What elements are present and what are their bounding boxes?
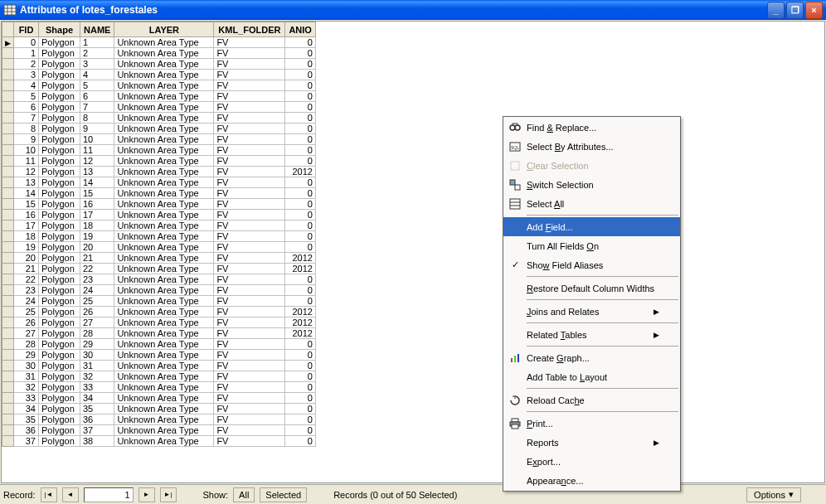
cell-kml-folder[interactable]: FV bbox=[214, 91, 285, 102]
row-header[interactable] bbox=[2, 134, 14, 145]
row-header[interactable] bbox=[2, 436, 14, 447]
cell-name[interactable]: 28 bbox=[80, 328, 114, 339]
cell-name[interactable]: 37 bbox=[80, 425, 114, 436]
prev-record-button[interactable]: ◄ bbox=[62, 487, 79, 502]
cell-shape[interactable]: Polygon bbox=[39, 37, 80, 48]
cell-name[interactable]: 18 bbox=[80, 220, 114, 231]
cell-shape[interactable]: Polygon bbox=[39, 253, 80, 264]
cell-fid[interactable]: 27 bbox=[14, 328, 39, 339]
cell-fid[interactable]: 30 bbox=[14, 361, 39, 371]
cell-anio[interactable]: 0 bbox=[285, 285, 316, 296]
cell-name[interactable]: 10 bbox=[80, 134, 114, 145]
cell-fid[interactable]: 18 bbox=[14, 231, 39, 242]
cell-layer[interactable]: Unknown Area Type bbox=[114, 177, 214, 188]
row-header[interactable] bbox=[2, 199, 14, 210]
row-header[interactable] bbox=[2, 124, 14, 134]
show-selected-button[interactable]: Selected bbox=[260, 487, 307, 502]
cell-shape[interactable]: Polygon bbox=[39, 404, 80, 414]
cell-layer[interactable]: Unknown Area Type bbox=[114, 134, 214, 145]
cell-anio[interactable]: 0 bbox=[285, 113, 316, 124]
cell-kml-folder[interactable]: FV bbox=[214, 425, 285, 436]
cell-kml-folder[interactable]: FV bbox=[214, 264, 285, 274]
row-header[interactable] bbox=[2, 371, 14, 382]
cell-fid[interactable]: 1 bbox=[14, 48, 39, 59]
table-row[interactable]: 36 Polygon 37 Unknown Area Type FV 0 bbox=[2, 425, 316, 436]
table-row[interactable]: 7 Polygon 8 Unknown Area Type FV 0 bbox=[2, 113, 316, 124]
menu-add-field[interactable]: Add Field... bbox=[503, 217, 680, 236]
cell-fid[interactable]: 26 bbox=[14, 317, 39, 328]
menu-appearance[interactable]: Appearance... bbox=[503, 471, 680, 490]
cell-anio[interactable]: 0 bbox=[285, 145, 316, 156]
cell-anio[interactable]: 0 bbox=[285, 59, 316, 70]
cell-fid[interactable]: 29 bbox=[14, 350, 39, 361]
cell-fid[interactable]: 24 bbox=[14, 296, 39, 307]
cell-layer[interactable]: Unknown Area Type bbox=[114, 156, 214, 167]
table-row[interactable]: 4 Polygon 5 Unknown Area Type FV 0 bbox=[2, 80, 316, 91]
cell-kml-folder[interactable]: FV bbox=[214, 124, 285, 134]
cell-anio[interactable]: 2012 bbox=[285, 253, 316, 264]
cell-anio[interactable]: 0 bbox=[285, 339, 316, 350]
cell-fid[interactable]: 23 bbox=[14, 285, 39, 296]
row-header[interactable] bbox=[2, 414, 14, 425]
menu-joins-relates[interactable]: Joins and Relates ▶ bbox=[503, 302, 680, 321]
cell-name[interactable]: 36 bbox=[80, 414, 114, 425]
cell-name[interactable]: 9 bbox=[80, 124, 114, 134]
cell-anio[interactable]: 2012 bbox=[285, 264, 316, 274]
cell-name[interactable]: 32 bbox=[80, 371, 114, 382]
cell-shape[interactable]: Polygon bbox=[39, 48, 80, 59]
cell-fid[interactable]: 11 bbox=[14, 156, 39, 167]
cell-name[interactable]: 6 bbox=[80, 91, 114, 102]
cell-layer[interactable]: Unknown Area Type bbox=[114, 264, 214, 274]
cell-name[interactable]: 4 bbox=[80, 70, 114, 80]
cell-kml-folder[interactable]: FV bbox=[214, 350, 285, 361]
options-button[interactable]: Options▾ bbox=[746, 487, 801, 502]
table-row[interactable]: 14 Polygon 15 Unknown Area Type FV 0 bbox=[2, 188, 316, 199]
menu-turn-all-fields-on[interactable]: Turn All Fields On bbox=[503, 236, 680, 255]
cell-shape[interactable]: Polygon bbox=[39, 177, 80, 188]
col-shape[interactable]: Shape bbox=[39, 22, 80, 37]
cell-anio[interactable]: 0 bbox=[285, 382, 316, 393]
cell-fid[interactable]: 37 bbox=[14, 436, 39, 447]
row-header[interactable] bbox=[2, 145, 14, 156]
row-header-corner[interactable] bbox=[2, 22, 14, 37]
cell-layer[interactable]: Unknown Area Type bbox=[114, 253, 214, 264]
cell-layer[interactable]: Unknown Area Type bbox=[114, 350, 214, 361]
cell-name[interactable]: 33 bbox=[80, 382, 114, 393]
table-row[interactable]: 2 Polygon 3 Unknown Area Type FV 0 bbox=[2, 59, 316, 70]
row-header[interactable] bbox=[2, 296, 14, 307]
cell-fid[interactable]: 5 bbox=[14, 91, 39, 102]
maximize-button[interactable]: ❐ bbox=[786, 2, 804, 19]
row-header[interactable] bbox=[2, 274, 14, 285]
cell-shape[interactable]: Polygon bbox=[39, 393, 80, 404]
cell-anio[interactable]: 0 bbox=[285, 177, 316, 188]
cell-name[interactable]: 29 bbox=[80, 339, 114, 350]
cell-fid[interactable]: 21 bbox=[14, 264, 39, 274]
menu-create-graph[interactable]: Create Graph... bbox=[503, 348, 680, 367]
cell-layer[interactable]: Unknown Area Type bbox=[114, 48, 214, 59]
row-header[interactable] bbox=[2, 102, 14, 113]
cell-layer[interactable]: Unknown Area Type bbox=[114, 242, 214, 253]
cell-layer[interactable]: Unknown Area Type bbox=[114, 59, 214, 70]
table-row[interactable]: ▶ 0 Polygon 1 Unknown Area Type FV 0 bbox=[2, 37, 316, 48]
cell-layer[interactable]: Unknown Area Type bbox=[114, 210, 214, 220]
cell-layer[interactable]: Unknown Area Type bbox=[114, 80, 214, 91]
cell-layer[interactable]: Unknown Area Type bbox=[114, 231, 214, 242]
cell-shape[interactable]: Polygon bbox=[39, 199, 80, 210]
cell-kml-folder[interactable]: FV bbox=[214, 382, 285, 393]
cell-kml-folder[interactable]: FV bbox=[214, 242, 285, 253]
row-header[interactable] bbox=[2, 113, 14, 124]
cell-shape[interactable]: Polygon bbox=[39, 124, 80, 134]
cell-name[interactable]: 21 bbox=[80, 253, 114, 264]
cell-shape[interactable]: Polygon bbox=[39, 220, 80, 231]
row-header[interactable] bbox=[2, 253, 14, 264]
table-row[interactable]: 19 Polygon 20 Unknown Area Type FV 0 bbox=[2, 242, 316, 253]
cell-shape[interactable]: Polygon bbox=[39, 339, 80, 350]
cell-shape[interactable]: Polygon bbox=[39, 328, 80, 339]
cell-shape[interactable]: Polygon bbox=[39, 102, 80, 113]
table-row[interactable]: 24 Polygon 25 Unknown Area Type FV 0 bbox=[2, 296, 316, 307]
cell-name[interactable]: 2 bbox=[80, 48, 114, 59]
cell-fid[interactable]: 35 bbox=[14, 414, 39, 425]
table-row[interactable]: 32 Polygon 33 Unknown Area Type FV 0 bbox=[2, 382, 316, 393]
cell-shape[interactable]: Polygon bbox=[39, 371, 80, 382]
cell-fid[interactable]: 7 bbox=[14, 113, 39, 124]
